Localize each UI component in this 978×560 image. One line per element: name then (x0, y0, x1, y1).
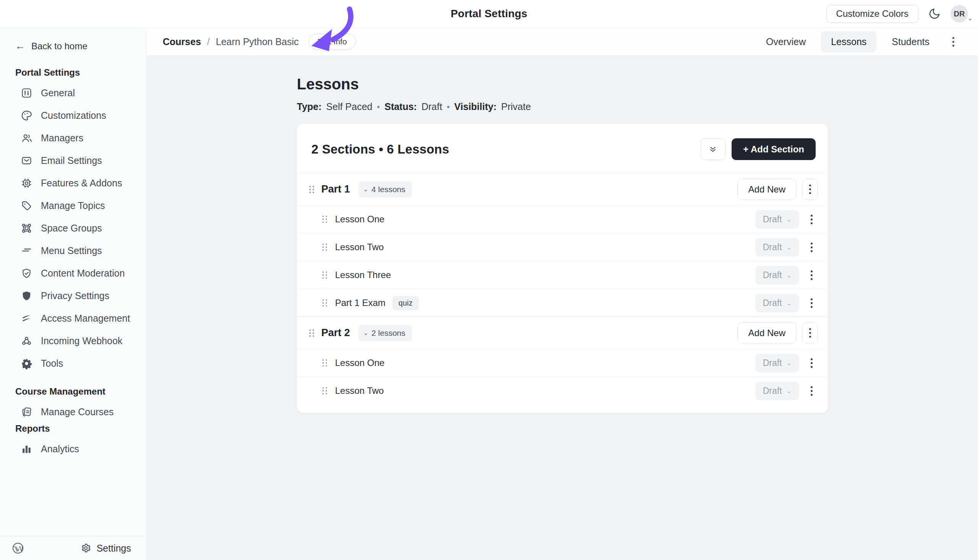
section-lesson-count: 2 lessons (372, 328, 405, 338)
sidebar-item-menu-settings[interactable]: Menu Settings (15, 240, 146, 262)
sidebar-item-privacy-settings[interactable]: Privacy Settings (15, 285, 146, 307)
tag-icon (21, 200, 32, 212)
tab-overview[interactable]: Overview (756, 31, 816, 52)
breadcrumb-separator: / (207, 36, 210, 47)
sidebar-settings-button[interactable]: Settings (81, 543, 131, 554)
lesson-title[interactable]: Lesson One (335, 214, 384, 225)
menu-lines-icon (21, 245, 32, 257)
breadcrumb-courses[interactable]: Courses (163, 36, 201, 47)
section-more-menu[interactable] (802, 322, 818, 343)
section-header-row: Part 1 ⌄ 4 lessons Add New (297, 173, 828, 205)
sidebar-item-space-groups[interactable]: Space Groups (15, 217, 146, 240)
chevron-down-icon: ⌄ (786, 216, 791, 223)
lesson-row: Part 1 Exam quiz Draft⌄ (297, 289, 828, 317)
lesson-title[interactable]: Lesson Three (335, 270, 391, 280)
drag-handle-icon[interactable] (308, 328, 316, 338)
sidebar-item-label: Access Management (41, 313, 130, 324)
dark-mode-icon[interactable] (928, 8, 941, 20)
lesson-title[interactable]: Lesson Two (335, 242, 384, 252)
shield-check-icon (21, 267, 32, 279)
drag-handle-icon[interactable] (320, 270, 329, 280)
edit-info-button[interactable]: Edit Info (309, 33, 356, 50)
lesson-row: Lesson Two Draft⌄ (297, 233, 828, 261)
top-bar: Portal Settings Customize Colors DR ⌄ (0, 0, 978, 28)
collapse-all-button[interactable] (700, 138, 725, 160)
section-more-menu[interactable] (802, 179, 818, 200)
section-header-row: Part 2 ⌄ 2 lessons Add New (297, 317, 828, 349)
lesson-status-dropdown[interactable]: Draft⌄ (755, 238, 799, 257)
section-name: Part 2 (321, 327, 350, 339)
meta-type-value: Self Paced (326, 101, 373, 112)
add-new-lesson-button[interactable]: Add New (737, 179, 796, 200)
drag-handle-icon[interactable] (320, 298, 329, 308)
avatar[interactable]: DR (950, 5, 968, 23)
sections-card: 2 Sections • 6 Lessons + Add Section Par… (297, 124, 828, 413)
sidebar-item-label: Space Groups (41, 223, 102, 234)
add-section-button[interactable]: + Add Section (731, 138, 816, 160)
sidebar-item-label: Customizations (41, 110, 106, 121)
chevron-down-icon: ⌄ (968, 15, 973, 22)
customize-colors-button[interactable]: Customize Colors (826, 5, 918, 23)
sidebar-item-customizations[interactable]: Customizations (15, 104, 146, 127)
sidebar-item-manage-topics[interactable]: Manage Topics (15, 195, 146, 217)
lesson-more-menu-icon[interactable] (811, 215, 813, 224)
course-more-menu-icon[interactable] (949, 35, 958, 49)
layers-icon (21, 312, 32, 324)
sidebar-section-reports: Reports (10, 423, 146, 438)
drag-handle-icon[interactable] (320, 214, 329, 224)
sidebar-item-email-settings[interactable]: Email Settings (15, 149, 146, 172)
lesson-status-dropdown[interactable]: Draft⌄ (755, 210, 799, 229)
sidebar-section-portal-settings: Portal Settings (10, 67, 146, 82)
sidebar-item-label: Manage Courses (41, 407, 113, 418)
tab-students[interactable]: Students (882, 31, 940, 52)
page-title: Lessons (297, 76, 978, 93)
wordpress-icon[interactable] (12, 542, 25, 555)
sidebar-item-label: Email Settings (41, 155, 102, 166)
lesson-more-menu-icon[interactable] (811, 270, 813, 280)
frame-icon (21, 222, 32, 234)
tab-lessons[interactable]: Lessons (821, 31, 876, 52)
lesson-status-dropdown[interactable]: Draft⌄ (755, 382, 799, 400)
lesson-status-dropdown[interactable]: Draft⌄ (755, 354, 799, 372)
lesson-status-dropdown[interactable]: Draft⌄ (755, 294, 799, 312)
meta-visibility-label: Visibility: (454, 101, 496, 112)
sidebar-item-manage-courses[interactable]: Manage Courses (15, 401, 146, 423)
drag-handle-icon[interactable] (320, 386, 329, 396)
sidebar-item-analytics[interactable]: Analytics (15, 438, 146, 460)
lesson-more-menu-icon[interactable] (811, 298, 813, 308)
sidebar-item-managers[interactable]: Managers (15, 127, 146, 149)
lesson-status-dropdown[interactable]: Draft⌄ (755, 266, 799, 285)
lesson-title[interactable]: Lesson Two (335, 385, 384, 396)
gear-filled-icon (21, 358, 32, 369)
sidebar-item-content-moderation[interactable]: Content Moderation (15, 262, 146, 285)
drag-handle-icon[interactable] (320, 242, 329, 252)
sidebar-item-label: Privacy Settings (41, 290, 109, 302)
lesson-more-menu-icon[interactable] (811, 358, 813, 368)
lesson-more-menu-icon[interactable] (811, 386, 813, 396)
sidebar-item-tools[interactable]: Tools (15, 352, 146, 375)
sidebar-item-label: Incoming Webhook (41, 335, 123, 347)
lesson-title[interactable]: Lesson One (335, 358, 384, 368)
section-lessons-toggle[interactable]: ⌄ 2 lessons (358, 325, 412, 341)
chevron-down-icon: ⌄ (786, 387, 791, 395)
lesson-more-menu-icon[interactable] (811, 243, 813, 252)
add-new-lesson-button[interactable]: Add New (737, 322, 796, 343)
sidebar-item-incoming-webhook[interactable]: Incoming Webhook (15, 330, 146, 352)
course-meta: Type: Self Paced • Status: Draft • Visib… (297, 101, 978, 112)
user-menu[interactable]: DR ⌄ (950, 5, 968, 23)
sidebar-item-general[interactable]: General (15, 82, 146, 104)
drag-handle-icon[interactable] (308, 185, 316, 195)
sidebar-item-features-addons[interactable]: Features & Addons (15, 172, 146, 195)
double-chevron-down-icon (708, 145, 718, 154)
drag-handle-icon[interactable] (320, 358, 329, 368)
chevron-down-icon: ⌄ (786, 360, 791, 367)
section-lessons-toggle[interactable]: ⌄ 4 lessons (358, 182, 412, 197)
settings-label: Settings (97, 543, 131, 554)
lesson-row: Lesson One Draft⌄ (297, 205, 828, 233)
sidebar-item-access-management[interactable]: Access Management (15, 307, 146, 330)
back-to-home-link[interactable]: ← Back to home (0, 28, 146, 52)
sidebar: ← Back to home Portal Settings General C… (0, 28, 147, 560)
section-name: Part 1 (321, 183, 350, 195)
lesson-title[interactable]: Part 1 Exam (335, 298, 385, 308)
sections-summary: 2 Sections • 6 Lessons (312, 142, 449, 157)
